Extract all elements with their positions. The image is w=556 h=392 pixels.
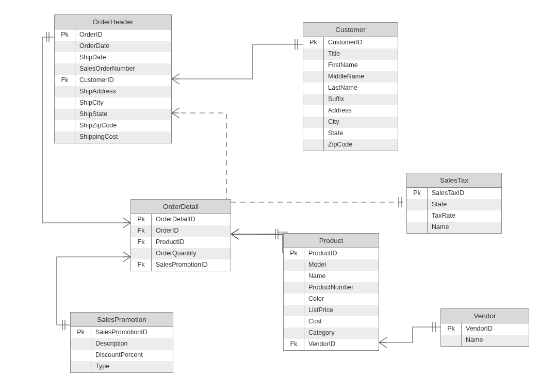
attr-cell: Description — [91, 338, 173, 350]
entity-row: Category — [284, 328, 379, 339]
key-cell — [131, 248, 152, 259]
entity-row: FkSalesPromotionID — [131, 259, 231, 271]
entity-row: Name — [407, 222, 501, 233]
entity-orderdetail: OrderDetail PkOrderDetailIDFkOrderIDFkPr… — [130, 199, 231, 271]
entity-row: ZipCode — [303, 139, 398, 151]
entity-row: PkSalesTaxID — [407, 188, 501, 199]
entity-row: SalesOrderNumber — [55, 63, 171, 75]
key-cell — [284, 259, 304, 271]
attr-cell: ListPrice — [304, 305, 379, 316]
attr-cell: Color — [304, 293, 379, 305]
key-cell: Pk — [441, 323, 462, 335]
entity-row: ShipAddress — [55, 86, 171, 97]
entity-product-title: Product — [284, 234, 379, 248]
entity-product: Product PkProductIDModelNameProductNumbe… — [283, 233, 379, 351]
attr-cell: LastName — [324, 83, 398, 94]
entity-orderheader-title: OrderHeader — [55, 15, 171, 29]
entity-row: City — [303, 117, 398, 128]
entity-vendor: Vendor PkVendorIDName — [440, 308, 529, 347]
key-cell — [55, 120, 75, 132]
entity-customer-rows: PkCustomerIDTitleFirstNameMiddleNameLast… — [303, 37, 398, 151]
entity-row: ShipCity — [55, 97, 171, 109]
rel-product-vendor — [379, 322, 440, 348]
entity-orderheader-rows: PkOrderIDOrderDateShipDateSalesOrderNumb… — [55, 29, 171, 143]
attr-cell: Type — [91, 361, 173, 372]
entity-row: ProductNumber — [284, 282, 379, 293]
key-cell — [407, 199, 428, 210]
entity-orderdetail-rows: PkOrderDetailIDFkOrderIDFkProductIDOrder… — [131, 214, 231, 271]
entity-row: ShipDate — [55, 52, 171, 63]
entity-row: Color — [284, 293, 379, 305]
key-cell: Pk — [303, 37, 324, 48]
entity-row: OrderQuantity — [131, 248, 231, 259]
attr-cell: Name — [304, 271, 379, 282]
key-cell — [55, 97, 75, 109]
entity-salespromotion-rows: PkSalesPromotionIDDescriptionDiscountPer… — [71, 327, 173, 372]
key-cell — [71, 338, 91, 350]
attr-cell: ShippingCost — [75, 132, 171, 143]
rel-orderdetail-product-main — [231, 229, 283, 239]
entity-row: PkVendorID — [441, 323, 529, 335]
entity-salestax-rows: PkSalesTaxIDStateTaxRateName — [407, 188, 501, 233]
attr-cell: ShipDate — [75, 52, 171, 63]
entity-vendor-rows: PkVendorIDName — [441, 323, 529, 346]
key-cell: Pk — [55, 29, 75, 41]
entity-vendor-title: Vendor — [441, 309, 529, 323]
attr-cell: Title — [324, 48, 398, 60]
key-cell — [284, 328, 304, 339]
entity-row: State — [407, 199, 501, 210]
key-cell — [303, 128, 324, 139]
entity-product-rows: PkProductIDModelNameProductNumberColorLi… — [284, 248, 379, 350]
attr-cell: OrderID — [75, 29, 171, 41]
key-cell — [284, 305, 304, 316]
key-cell: Pk — [407, 188, 428, 199]
entity-row: Cost — [284, 316, 379, 328]
entity-row: FkVendorID — [284, 339, 379, 350]
attr-cell: OrderQuantity — [152, 248, 231, 259]
attr-cell: Suffix — [324, 94, 398, 105]
attr-cell: ZipCode — [324, 139, 398, 151]
entity-salespromotion: SalesPromotion PkSalesPromotionIDDescrip… — [70, 312, 173, 373]
entity-salestax-title: SalesTax — [407, 173, 501, 188]
entity-row: Description — [71, 338, 173, 350]
key-cell — [55, 86, 75, 97]
key-cell — [303, 94, 324, 105]
key-cell — [71, 361, 91, 372]
key-cell — [441, 335, 462, 346]
key-cell — [71, 350, 91, 361]
attr-cell: ProductID — [304, 248, 379, 259]
rel-orderheader-customer — [172, 39, 303, 84]
entity-row: State — [303, 128, 398, 139]
attr-cell: VendorID — [462, 323, 529, 335]
key-cell: Pk — [284, 248, 304, 259]
attr-cell: SalesPromotionID — [91, 327, 173, 338]
attr-cell: Address — [324, 105, 398, 117]
key-cell — [55, 132, 75, 143]
attr-cell: OrderDetailID — [152, 214, 231, 225]
entity-row: ShipState — [55, 109, 171, 120]
key-cell — [407, 222, 428, 233]
entity-row: Name — [441, 335, 529, 346]
key-cell — [303, 48, 324, 60]
entity-row: ShipZipCode — [55, 120, 171, 132]
key-cell: Fk — [131, 225, 152, 237]
attr-cell: ShipZipCode — [75, 120, 171, 132]
entity-row: FkCustomerID — [55, 75, 171, 86]
entity-orderheader: OrderHeader PkOrderIDOrderDateShipDateSa… — [54, 14, 172, 143]
key-cell: Fk — [284, 339, 304, 350]
key-cell — [303, 71, 324, 83]
entity-customer-title: Customer — [303, 23, 398, 37]
key-cell — [55, 109, 75, 120]
attr-cell: FirstName — [324, 60, 398, 71]
key-cell — [55, 41, 75, 52]
attr-cell: DiscountPercent — [91, 350, 173, 361]
attr-cell: TaxRate — [428, 210, 501, 222]
entity-row: Address — [303, 105, 398, 117]
key-cell — [55, 52, 75, 63]
entity-row: TaxRate — [407, 210, 501, 222]
attr-cell: ProductID — [152, 237, 231, 248]
key-cell — [284, 316, 304, 328]
key-cell: Fk — [55, 75, 75, 86]
attr-cell: State — [324, 128, 398, 139]
attr-cell: ProductNumber — [304, 282, 379, 293]
